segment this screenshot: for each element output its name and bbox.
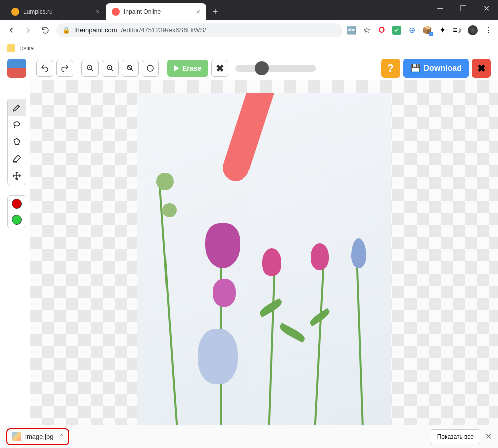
redo-button[interactable] [56, 60, 73, 77]
url-domain: theinpaint.com [74, 26, 117, 34]
folder-icon [7, 44, 15, 52]
favicon-inpaint [112, 8, 120, 16]
lasso-tool[interactable] [8, 116, 26, 133]
zoom-fit-button[interactable] [122, 60, 139, 77]
new-tab-button[interactable]: + [208, 5, 222, 19]
download-button[interactable]: 💾 Download [403, 59, 469, 78]
tab-title: Inpaint Online [124, 8, 161, 15]
svg-point-0 [87, 65, 92, 70]
close-icon[interactable]: × [96, 8, 100, 16]
avatar[interactable] [468, 25, 478, 35]
marker-tool[interactable] [8, 99, 26, 116]
cancel-erase-button[interactable]: ✖ [211, 60, 228, 77]
cube-icon[interactable]: 📦1 [423, 26, 432, 35]
minimize-button[interactable]: ─ [429, 0, 452, 16]
zoom-actual-button[interactable] [142, 60, 159, 77]
maximize-button[interactable]: ☐ [452, 0, 475, 16]
brush-stroke [219, 93, 278, 185]
svg-rect-5 [13, 161, 17, 162]
close-editor-button[interactable]: ✖ [472, 59, 491, 78]
extension-icons: 🔤 ☆ O ✓ ⊕ 📦1 ✦ ≡♪ ⋮ [347, 25, 493, 35]
back-button[interactable] [5, 24, 17, 36]
app-toolbar: Erase ✖ ? 💾 Download ✖ [0, 56, 498, 80]
green-color[interactable] [8, 212, 26, 228]
red-color[interactable] [8, 196, 26, 212]
close-icon[interactable]: × [196, 8, 200, 16]
undo-button[interactable] [36, 60, 53, 77]
move-tool[interactable] [8, 167, 26, 185]
zoom-in-button[interactable] [81, 60, 99, 77]
lock-icon: 🔒 [62, 26, 70, 34]
media-icon[interactable]: ≡♪ [453, 26, 462, 35]
download-chip[interactable]: image.jpg ⌃ [6, 428, 69, 445]
menu-icon[interactable]: ⋮ [484, 26, 493, 35]
bookmarks-bar: Точка [0, 40, 498, 56]
save-icon: 💾 [410, 63, 421, 73]
translate-icon[interactable]: 🔤 [347, 26, 356, 35]
chevron-up-icon[interactable]: ⌃ [59, 433, 64, 440]
canvas-area[interactable] [30, 80, 498, 425]
svg-point-2 [127, 65, 132, 70]
close-downloads-bar[interactable]: ✕ [485, 432, 492, 441]
svg-point-4 [14, 122, 20, 126]
close-window-button[interactable]: ✕ [475, 0, 498, 16]
play-icon [174, 65, 179, 71]
show-all-downloads[interactable]: Показать все [431, 429, 480, 444]
download-filename: image.jpg [25, 433, 53, 440]
favicon-lumpics [11, 8, 19, 16]
svg-point-1 [107, 65, 112, 70]
color-selector [7, 195, 26, 228]
erase-button[interactable]: Erase [167, 60, 208, 77]
globe-icon[interactable]: ⊕ [407, 26, 417, 35]
eraser-tool[interactable] [8, 150, 26, 167]
slider-thumb[interactable] [255, 61, 269, 75]
download-label: Download [424, 64, 462, 73]
tab-inpaint[interactable]: Inpaint Online × [106, 3, 206, 20]
help-button[interactable]: ? [381, 59, 400, 78]
tab-lumpics[interactable]: Lumpics.ru × [5, 3, 106, 20]
close-icon: ✖ [216, 62, 224, 74]
forward-button[interactable] [22, 24, 34, 36]
window-controls: ─ ☐ ✕ [429, 0, 498, 16]
address-bar: 🔒 theinpaint.com/editor/4751239/ex6S6LkW… [0, 20, 498, 40]
bookmark-item[interactable]: Точка [18, 45, 34, 52]
extensions-icon[interactable]: ✦ [438, 26, 447, 35]
erase-label: Erase [182, 64, 201, 72]
polygon-tool[interactable] [8, 133, 26, 150]
file-thumb-icon [12, 432, 21, 441]
tab-title: Lumpics.ru [23, 8, 53, 15]
downloads-bar: image.jpg ⌃ Показать все ✕ [0, 425, 498, 448]
opera-icon[interactable]: O [377, 26, 386, 35]
svg-point-3 [147, 65, 153, 71]
app-logo[interactable] [7, 59, 26, 78]
url-path: /editor/4751239/ex6S6LkWS/ [121, 26, 206, 34]
reload-button[interactable] [39, 24, 51, 36]
browser-titlebar: Lumpics.ru × Inpaint Online × + ─ ☐ ✕ [0, 0, 498, 20]
check-icon[interactable]: ✓ [392, 26, 401, 35]
edited-image[interactable] [137, 93, 391, 425]
tool-palette [7, 99, 26, 185]
brush-size-slider[interactable] [235, 65, 316, 72]
zoom-out-button[interactable] [102, 60, 119, 77]
star-icon[interactable]: ☆ [362, 26, 371, 35]
help-label: ? [387, 62, 394, 75]
url-input[interactable]: 🔒 theinpaint.com/editor/4751239/ex6S6LkW… [56, 23, 342, 37]
